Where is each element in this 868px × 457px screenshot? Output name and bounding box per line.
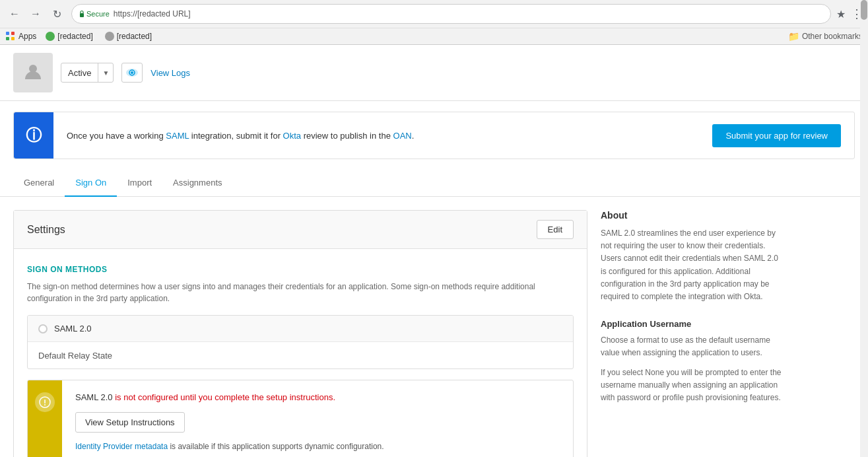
tab-import[interactable]: Import: [117, 170, 162, 197]
warning-icon: [35, 392, 55, 412]
apps-bookmark[interactable]: Apps: [5, 31, 36, 42]
svg-rect-3: [11, 32, 15, 35]
url-display: https://[redacted URL]: [114, 9, 191, 18]
saml-link[interactable]: SAML: [166, 131, 189, 141]
svg-rect-1: [6, 32, 9, 35]
settings-panel: Settings Edit SIGN ON METHODS The sign-o…: [13, 210, 587, 457]
apps-label: Apps: [18, 32, 36, 41]
tab-assignments[interactable]: Assignments: [162, 170, 232, 197]
info-text-part1: Once you have a working: [67, 131, 166, 141]
settings-body: SIGN ON METHODS The sign-on method deter…: [14, 249, 587, 457]
warning-box: SAML 2.0 is not configured until you com…: [27, 380, 574, 457]
forward-button[interactable]: →: [26, 5, 45, 23]
view-logs-link[interactable]: View Logs: [150, 68, 190, 78]
nav-buttons: ← → ↻: [5, 5, 66, 23]
okta-link[interactable]: Okta: [283, 131, 301, 141]
folder-icon: 📁: [788, 31, 799, 42]
svg-point-8: [131, 71, 133, 74]
settings-title: Settings: [27, 224, 65, 236]
info-banner: ⓘ Once you have a working SAML integrati…: [13, 112, 855, 159]
saml-option-label: SAML 2.0: [54, 324, 92, 334]
main-layout: Settings Edit SIGN ON METHODS The sign-o…: [0, 197, 868, 457]
sidebar-username-heading: Application Username: [601, 319, 785, 329]
saml-option: SAML 2.0 Default Relay State: [27, 315, 574, 369]
sidebar: About SAML 2.0 streamlines the end user …: [601, 210, 785, 457]
relay-state-label: Default Relay State: [38, 351, 112, 361]
tab-general[interactable]: General: [13, 170, 65, 197]
app-icon: [13, 53, 53, 92]
warning-content: SAML 2.0 is not configured until you com…: [62, 380, 573, 457]
scrollbar-track: [860, 0, 868, 457]
view-setup-instructions-button[interactable]: View Setup Instructions: [75, 412, 185, 433]
saml-option-body: Default Relay State: [28, 341, 573, 369]
scrollbar-thumb[interactable]: [861, 0, 867, 20]
address-bar[interactable]: Secure https://[redacted URL]: [71, 4, 831, 24]
browser-chrome: ← → ↻ Secure https://[redacted URL] ★ ⋮ …: [0, 0, 868, 45]
submit-app-button[interactable]: Submit your app for review: [712, 124, 841, 147]
warning-text: SAML 2.0 is not configured until you com…: [75, 391, 560, 404]
sidebar-username-text1: Choose a format to use as the default us…: [601, 334, 785, 359]
browser-toolbar: ← → ↻ Secure https://[redacted URL] ★ ⋮: [0, 0, 868, 28]
status-arrow-icon: ▼: [98, 63, 113, 82]
sidebar-username-section: Application Username Choose a format to …: [601, 319, 785, 404]
edit-button[interactable]: Edit: [537, 220, 574, 239]
sidebar-about-heading: About: [601, 210, 785, 221]
info-icon-box: ⓘ: [14, 112, 53, 158]
status-label: Active: [61, 68, 98, 78]
warning-icon-box: [28, 380, 62, 457]
oan-link[interactable]: OAN: [393, 131, 412, 141]
secure-badge: Secure: [79, 10, 110, 18]
sign-on-methods-label: SIGN ON METHODS: [27, 265, 574, 274]
not-configured-text: is not configured until you complete the…: [115, 392, 335, 402]
sidebar-username-text2: If you select None you will be prompted …: [601, 367, 785, 405]
settings-header: Settings Edit: [14, 211, 587, 249]
tab-sign-on[interactable]: Sign On: [65, 170, 117, 197]
info-icon: ⓘ: [26, 125, 42, 146]
bookmarks-bar: Apps [redacted] [redacted] 📁 Other bookm…: [0, 28, 868, 44]
identity-provider-text: Identity Provider metadata is available …: [75, 440, 560, 452]
tabs: General Sign On Import Assignments: [0, 170, 868, 197]
svg-rect-0: [80, 13, 84, 17]
svg-point-11: [44, 404, 46, 405]
sign-on-description: The sign-on method determines how a user…: [27, 281, 574, 304]
bookmark-star[interactable]: ★: [836, 8, 846, 20]
saml-option-header: SAML 2.0: [28, 316, 573, 341]
svg-rect-10: [44, 400, 46, 404]
sidebar-about-section: About SAML 2.0 streamlines the end user …: [601, 210, 785, 303]
svg-rect-2: [6, 37, 9, 40]
settings-card: Settings Edit SIGN ON METHODS The sign-o…: [13, 210, 587, 457]
svg-rect-4: [11, 37, 15, 40]
back-button[interactable]: ←: [5, 5, 24, 23]
status-dropdown[interactable]: Active ▼: [61, 63, 114, 83]
page-content: Active ▼ View Logs ⓘ Once you have a wor…: [0, 45, 868, 457]
sidebar-about-text: SAML 2.0 streamlines the end user experi…: [601, 227, 785, 303]
info-banner-text: Once you have a working SAML integration…: [53, 131, 712, 141]
identity-provider-link[interactable]: Identity Provider metadata: [75, 442, 168, 451]
other-bookmarks[interactable]: 📁 Other bookmarks: [788, 31, 863, 42]
bookmark-item-1[interactable]: [redacted]: [43, 30, 95, 42]
top-bar: Active ▼ View Logs: [0, 45, 868, 101]
eye-button[interactable]: [121, 63, 143, 83]
reload-button[interactable]: ↻: [48, 5, 66, 23]
bookmark-item-2[interactable]: [redacted]: [102, 30, 154, 42]
saml-radio[interactable]: [38, 324, 48, 334]
